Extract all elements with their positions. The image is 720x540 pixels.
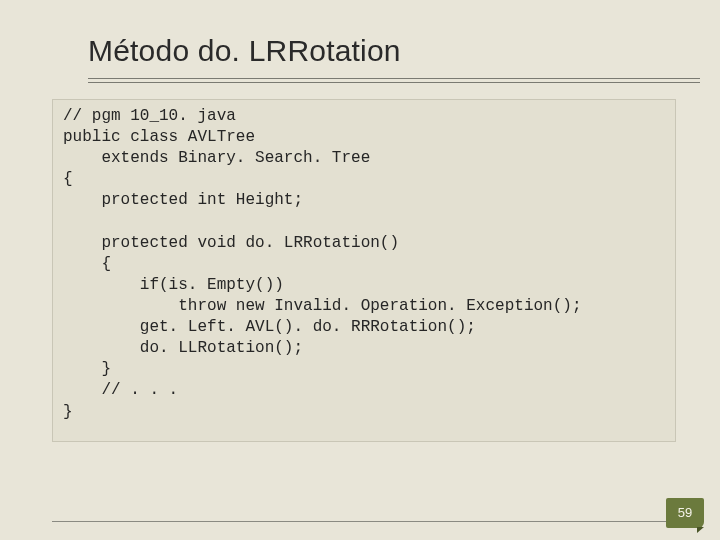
code-block: // pgm 10_10. java public class AVLTree … [52, 99, 676, 442]
code-line: throw new Invalid. Operation. Exception(… [63, 297, 581, 315]
code-line: if(is. Empty()) [63, 276, 284, 294]
code-line: do. LLRotation(); [63, 339, 303, 357]
code-line: } [63, 360, 111, 378]
code-line: } [63, 403, 73, 421]
page-number-badge: 59 [666, 498, 704, 528]
footer-rule [52, 521, 700, 522]
code-line: // pgm 10_10. java [63, 107, 236, 125]
code-line: { [63, 170, 73, 188]
footer: 59 [52, 521, 700, 522]
code-line: protected void do. LRRotation() [63, 234, 399, 252]
code-line: { [63, 255, 111, 273]
title-rule-1 [88, 78, 700, 79]
title-rule-2 [88, 82, 700, 83]
title-underline-group [88, 78, 720, 83]
title-block: Método do. LRRotation [0, 0, 720, 83]
code-line: extends Binary. Search. Tree [63, 149, 370, 167]
code-line: public class AVLTree [63, 128, 255, 146]
slide-title: Método do. LRRotation [88, 34, 720, 68]
code-content: // pgm 10_10. java public class AVLTree … [63, 106, 665, 423]
code-line: get. Left. AVL(). do. RRRotation(); [63, 318, 476, 336]
code-line: protected int Height; [63, 191, 303, 209]
code-line: // . . . [63, 381, 178, 399]
